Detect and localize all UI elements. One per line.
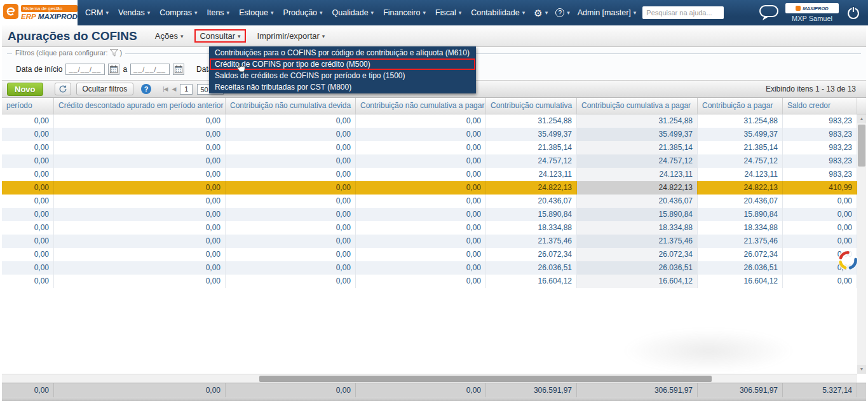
search-input[interactable]	[642, 6, 724, 19]
table-cell: 0,00	[54, 128, 226, 141]
table-cell: 983,23	[783, 154, 857, 168]
refresh-icon	[58, 85, 67, 93]
menu-label: CRM	[85, 8, 103, 17]
print-export-menu-button[interactable]: Imprimir/exportar ▾	[252, 29, 330, 43]
table-cell: 24.822,13	[486, 181, 577, 195]
menu-crm[interactable]: CRM▾	[85, 8, 109, 17]
table-row[interactable]: 0,000,000,000,0018.334,8818.334,8818.334…	[2, 221, 857, 235]
filters-legend[interactable]: Filtros (clique para configurar: )	[12, 49, 125, 57]
column-header[interactable]: Saldo credor	[783, 98, 857, 114]
power-icon[interactable]	[846, 6, 860, 20]
menu-compras[interactable]: Compras▾	[159, 8, 197, 17]
menu-itens[interactable]: Itens▾	[207, 8, 230, 17]
totals-cell: 306.591,97	[486, 383, 577, 397]
menu-contabilidade[interactable]: Contabilidade▾	[471, 8, 525, 17]
table-cell: 0,00	[226, 181, 356, 195]
table-row[interactable]: 0,000,000,000,0015.890,8415.890,8415.890…	[2, 208, 857, 221]
menu-fiscal[interactable]: Fiscal▾	[435, 8, 461, 17]
table-row[interactable]: 0,000,000,000,0024.757,1224.757,1224.757…	[2, 154, 857, 168]
table-cell: 0,00	[2, 168, 54, 181]
consultar-menu-button[interactable]: Consultar ▾	[194, 29, 245, 43]
hide-filters-button[interactable]: Ocultar filtros	[76, 83, 134, 95]
menu-estoque[interactable]: Estoque▾	[239, 8, 273, 17]
menu-qualidade[interactable]: Qualidade▾	[332, 8, 374, 17]
admin-menu[interactable]: Admin [master] ▾	[578, 8, 637, 17]
scroll-down-icon[interactable]: ▼	[857, 365, 866, 374]
dropdown-item[interactable]: Contribuições para o COFINS por código d…	[210, 47, 475, 58]
grid-header: períodoCrédito descontado apurado em per…	[2, 98, 866, 114]
column-header[interactable]: Contribuição a pagar	[698, 98, 783, 114]
calendar-icon[interactable]	[173, 64, 184, 75]
table-cell: 0,00	[54, 221, 226, 235]
table-cell: 0,00	[2, 154, 54, 168]
dropdown-item[interactable]: Receitas não tributadas por CST (M800)	[210, 81, 475, 93]
table-row[interactable]: 0,000,000,000,0035.499,3735.499,3735.499…	[2, 128, 857, 141]
totals-cell: 0,00	[226, 383, 356, 397]
print-export-label: Imprimir/exportar	[257, 31, 320, 41]
table-cell: 0,00	[54, 235, 226, 248]
dropdown-item[interactable]: Crédito de COFINS por tipo de crédito (M…	[210, 58, 475, 70]
table-row[interactable]: 0,000,000,000,0024.123,1124.123,1124.123…	[2, 168, 857, 181]
table-row[interactable]: 0,000,000,000,0021.385,1421.385,1421.385…	[2, 141, 857, 154]
column-header[interactable]: Contribuição não cumulativa a pagar	[356, 98, 486, 114]
table-cell: 15.890,84	[698, 208, 783, 221]
horizontal-scrollbar[interactable]	[2, 374, 857, 383]
column-header[interactable]: Contribuição cumulativa	[486, 98, 577, 114]
table-row[interactable]: 0,000,000,000,0026.072,3426.072,3426.072…	[2, 248, 857, 261]
actions-menu-button[interactable]: Ações ▾	[150, 29, 189, 43]
table-row[interactable]: 0,000,000,000,0016.604,1216.604,1216.604…	[2, 275, 857, 288]
prev-page-icon[interactable]: ◀	[172, 86, 175, 92]
menu-label: Qualidade	[332, 8, 369, 17]
table-cell: 20.436,07	[577, 195, 698, 208]
menu-vendas[interactable]: Vendas▾	[118, 8, 150, 17]
totals-cell: 0,00	[2, 383, 54, 397]
logo-text: Sistema de gestão ERP MAXIPROD	[21, 5, 78, 20]
table-row[interactable]: 0,000,000,000,0026.036,5126.036,5126.036…	[2, 261, 857, 275]
table-row[interactable]: 0,000,000,000,0020.436,0720.436,0720.436…	[2, 195, 857, 208]
menu-financeiro[interactable]: Financeiro▾	[383, 8, 426, 17]
refresh-button[interactable]	[55, 83, 71, 95]
column-header[interactable]: período	[2, 98, 54, 114]
actions-label: Ações	[155, 31, 178, 41]
mini-logo-icon	[796, 6, 801, 11]
table-cell: 983,23	[783, 168, 857, 181]
chat-icon[interactable]	[759, 4, 779, 22]
table-cell: 0,00	[356, 168, 486, 181]
table-cell: 31.254,88	[698, 114, 783, 128]
table-cell: 0,00	[226, 141, 356, 154]
table-row[interactable]: 0,000,000,000,0031.254,8831.254,8831.254…	[2, 114, 857, 128]
dropdown-item[interactable]: Saldos de créditos de COFINS por período…	[210, 70, 475, 81]
page-number-input[interactable]	[180, 84, 193, 95]
scroll-up-icon[interactable]: ▲	[857, 114, 866, 123]
date-end-input[interactable]	[130, 64, 170, 75]
table-cell: 0,00	[54, 275, 226, 288]
table-cell: 0,00	[226, 221, 356, 235]
table-cell: 18.334,88	[698, 221, 783, 235]
table-cell: 21.385,14	[577, 141, 698, 154]
new-button[interactable]: Novo	[7, 83, 43, 96]
maxiprod-watermark-icon	[837, 250, 858, 273]
menu-produção[interactable]: Produção▾	[283, 8, 323, 17]
table-cell: 0,00	[226, 168, 356, 181]
column-header[interactable]: Crédito descontado apurado em período an…	[54, 98, 226, 114]
date-start-input[interactable]	[65, 64, 105, 75]
help-menu[interactable]: ? ▾	[555, 8, 570, 17]
chevron-down-icon: ▾	[227, 10, 230, 16]
horizontal-scroll-thumb[interactable]	[259, 376, 712, 382]
help-badge-icon[interactable]: ?	[141, 84, 151, 94]
vertical-scrollbar[interactable]: ▲ ▼	[857, 114, 866, 374]
column-header[interactable]: Contribuição cumulativa a pagar	[577, 98, 698, 114]
logo-brand: ERP MAXIPROD	[21, 13, 78, 21]
table-cell: 21.375,46	[698, 235, 783, 248]
user-account[interactable]: MAXIPROD MXP Samuel	[785, 3, 839, 22]
table-row[interactable]: 0,000,000,000,0024.822,1324.822,1324.822…	[2, 181, 857, 195]
column-header[interactable]: Contribuição não cumulativa devida	[226, 98, 356, 114]
chevron-down-icon: ▾	[459, 10, 462, 16]
settings-menu[interactable]: ⚙ ▾	[534, 8, 548, 18]
table-cell: 0,00	[2, 128, 54, 141]
app-logo[interactable]: Sistema de gestão ERP MAXIPROD	[0, 0, 78, 25]
calendar-icon[interactable]	[108, 64, 119, 75]
first-page-icon[interactable]: |◀	[163, 86, 167, 92]
table-row[interactable]: 0,000,000,000,0021.375,4621.375,4621.375…	[2, 235, 857, 248]
vertical-scroll-thumb[interactable]	[858, 125, 865, 167]
